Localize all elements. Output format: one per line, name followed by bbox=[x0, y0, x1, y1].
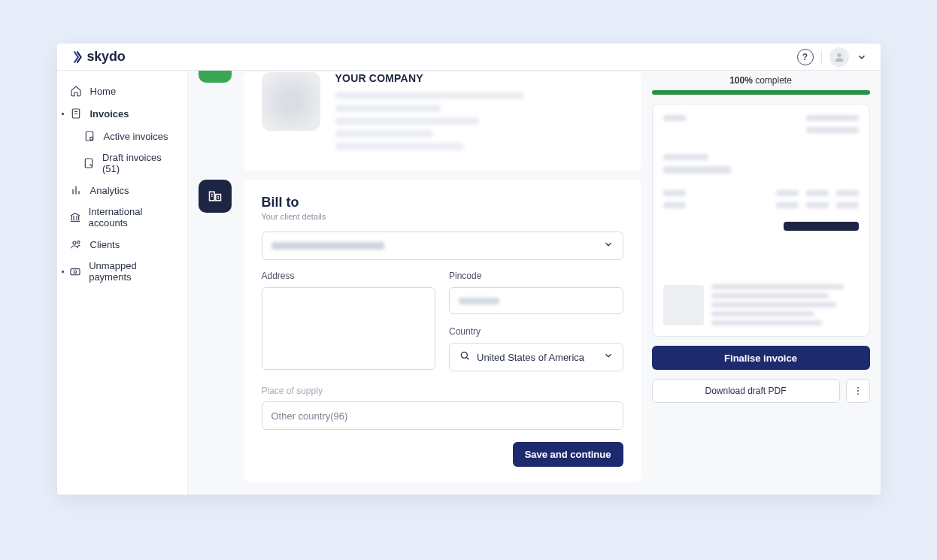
blurred-text bbox=[711, 302, 837, 307]
country-select[interactable]: United States of America bbox=[449, 343, 623, 371]
company-logo-placeholder bbox=[262, 72, 320, 131]
app-window: skydo ? Home Invoices bbox=[57, 44, 881, 495]
topbar: skydo ? bbox=[57, 44, 881, 71]
sidebar-item-label: Analytics bbox=[90, 185, 129, 196]
place-of-supply-input[interactable]: Other country(96) bbox=[262, 401, 623, 430]
pincode-input[interactable] bbox=[449, 287, 623, 314]
topbar-right: ? bbox=[797, 47, 867, 67]
blurred-text bbox=[335, 143, 463, 150]
sidebar-item-invoices[interactable]: Invoices bbox=[57, 102, 187, 125]
preview-qr-placeholder bbox=[663, 285, 704, 325]
payments-icon bbox=[69, 265, 82, 278]
blurred-text bbox=[335, 92, 523, 99]
sidebar: Home Invoices Active invoices Draft invo… bbox=[57, 71, 188, 495]
svg-point-14 bbox=[857, 393, 859, 395]
chevron-down-icon bbox=[603, 239, 614, 253]
blurred-text bbox=[663, 115, 686, 121]
bill-to-title: Bill to bbox=[262, 195, 623, 210]
blurred-text bbox=[806, 115, 859, 121]
company-card: YOUR COMPANY bbox=[244, 72, 641, 171]
right-column: 100% complete bbox=[652, 71, 870, 480]
account-menu-chevron-icon[interactable] bbox=[857, 52, 867, 62]
sidebar-item-draft-invoices[interactable]: Draft invoices (51) bbox=[57, 147, 187, 179]
sidebar-item-label: Unmapped payments bbox=[89, 260, 174, 283]
svg-point-3 bbox=[89, 137, 92, 140]
finalise-invoice-button[interactable]: Finalise invoice bbox=[652, 346, 870, 370]
svg-point-11 bbox=[461, 352, 467, 358]
blurred-text bbox=[663, 166, 731, 174]
sidebar-item-clients[interactable]: Clients bbox=[57, 233, 187, 256]
sidebar-item-label: International accounts bbox=[89, 206, 175, 229]
bill-to-subtitle: Your client details bbox=[262, 212, 623, 221]
blurred-text bbox=[711, 311, 814, 316]
blurred-text bbox=[836, 202, 859, 208]
sidebar-item-analytics[interactable]: Analytics bbox=[57, 179, 187, 201]
blurred-text bbox=[836, 190, 859, 196]
logo[interactable]: skydo bbox=[71, 49, 126, 65]
sidebar-item-unmapped[interactable]: Unmapped payments bbox=[57, 256, 187, 287]
content-column: YOUR COMPANY bbox=[199, 71, 641, 480]
blurred-text bbox=[806, 190, 829, 196]
company-heading: YOUR COMPANY bbox=[335, 72, 623, 84]
svg-point-13 bbox=[857, 390, 859, 392]
analytics-icon bbox=[69, 183, 83, 197]
sidebar-item-home[interactable]: Home bbox=[57, 80, 187, 102]
download-draft-button[interactable]: Download draft PDF bbox=[652, 379, 840, 403]
body: Home Invoices Active invoices Draft invo… bbox=[57, 71, 881, 495]
progress-percent: 100% bbox=[729, 75, 753, 86]
home-icon bbox=[69, 84, 83, 98]
blurred-text bbox=[335, 130, 433, 138]
progress-fill bbox=[652, 90, 870, 95]
progress-text: 100% complete bbox=[652, 75, 870, 86]
blurred-text bbox=[711, 284, 844, 289]
blurred-text bbox=[711, 320, 822, 325]
sidebar-item-intl-accounts[interactable]: International accounts bbox=[57, 201, 187, 233]
chevron-down-icon bbox=[603, 350, 614, 364]
svg-rect-4 bbox=[85, 159, 92, 168]
blurred-text bbox=[335, 117, 478, 125]
blurred-text bbox=[663, 154, 708, 160]
progress-bar bbox=[652, 90, 870, 95]
expand-dot-icon bbox=[62, 271, 64, 273]
blurred-text bbox=[271, 242, 384, 250]
sidebar-item-label: Active invoices bbox=[104, 131, 168, 142]
avatar[interactable] bbox=[829, 47, 849, 67]
logo-mark-icon bbox=[71, 50, 84, 64]
active-invoice-icon bbox=[83, 129, 96, 143]
sidebar-item-active-invoices[interactable]: Active invoices bbox=[57, 125, 187, 147]
country-label: Country bbox=[449, 326, 623, 337]
expand-dot-icon bbox=[62, 113, 64, 115]
invoice-icon bbox=[69, 107, 83, 120]
clients-icon bbox=[69, 238, 83, 251]
bank-icon bbox=[69, 210, 81, 224]
invoice-preview bbox=[652, 104, 870, 337]
help-icon[interactable]: ? bbox=[797, 49, 814, 65]
pincode-label: Pincode bbox=[449, 271, 623, 281]
address-input[interactable] bbox=[262, 287, 436, 370]
blurred-text bbox=[335, 104, 441, 112]
sidebar-item-label: Clients bbox=[90, 239, 120, 250]
blurred-text bbox=[663, 190, 686, 196]
svg-point-0 bbox=[837, 53, 841, 56]
sidebar-item-label: Home bbox=[90, 86, 117, 97]
country-value: United States of America bbox=[477, 352, 584, 363]
save-continue-button[interactable]: Save and continue bbox=[513, 442, 623, 467]
logo-text: skydo bbox=[87, 49, 126, 65]
draft-invoice-icon bbox=[83, 156, 95, 170]
company-badge-icon bbox=[199, 71, 232, 83]
client-select[interactable] bbox=[262, 232, 623, 260]
blurred-text bbox=[711, 293, 829, 298]
blurred-text bbox=[806, 127, 859, 133]
blurred-text bbox=[663, 202, 686, 208]
preview-total-bar bbox=[784, 222, 859, 231]
place-of-supply-label: Place of supply bbox=[262, 386, 323, 396]
blurred-text bbox=[776, 202, 799, 208]
svg-point-6 bbox=[77, 241, 79, 244]
svg-point-12 bbox=[857, 387, 859, 389]
bill-to-section: Bill to Your client details Address bbox=[199, 180, 641, 482]
svg-rect-2 bbox=[86, 132, 92, 141]
more-actions-button[interactable] bbox=[846, 379, 870, 403]
svg-point-8 bbox=[74, 271, 76, 273]
your-company-section: YOUR COMPANY bbox=[199, 72, 641, 171]
sidebar-item-label: Invoices bbox=[90, 108, 129, 120]
